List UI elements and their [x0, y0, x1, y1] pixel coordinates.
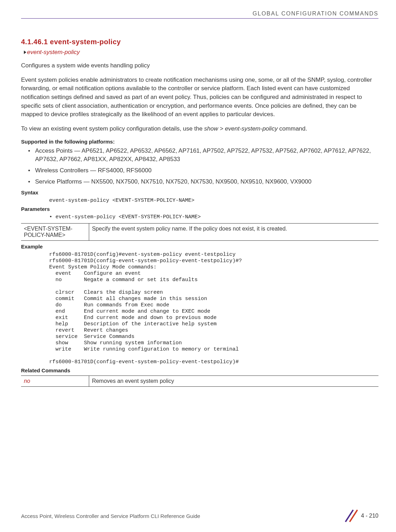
example-heading: Example — [21, 244, 378, 250]
header-rule — [21, 18, 378, 19]
intro-paragraph-1: Configures a system wide events handling… — [21, 61, 378, 70]
syntax-heading: Syntax — [21, 189, 378, 195]
intro3-italic: show > event-system-policy — [204, 125, 278, 132]
footer-guide-name: Access Point, Wireless Controller and Se… — [21, 513, 200, 519]
supported-heading: Supported in the following platforms: — [21, 139, 378, 145]
breadcrumb-text[interactable]: event-system-policy — [27, 49, 80, 56]
example-block: rfs6000-81701D(config)#event-system-poli… — [49, 252, 378, 365]
breadcrumb: event-system-policy — [21, 49, 378, 56]
svg-line-1 — [350, 510, 357, 522]
syntax-line: event-system-policy <EVENT-SYSTEM-POLICY… — [49, 198, 378, 204]
table-row: <EVENT-SYSTEM-POLICY-NAME> Specify the e… — [21, 223, 378, 240]
param-bullet: event-system-policy <EVENT-SYSTEM-POLICY… — [49, 214, 378, 220]
intro-paragraph-3: To view an existing event system policy … — [21, 125, 378, 133]
param-name-cell: <EVENT-SYSTEM-POLICY-NAME> — [21, 223, 89, 240]
list-item: Access Points — AP6521, AP6522, AP6532, … — [35, 147, 378, 164]
intro3-pre: To view an existing event system policy … — [21, 125, 204, 132]
parameters-table: <EVENT-SYSTEM-POLICY-NAME> Specify the e… — [21, 223, 378, 241]
related-cmd-cell[interactable]: no — [21, 375, 89, 386]
page-number: 4 - 210 — [361, 513, 378, 519]
param-desc-cell: Specify the event system policy name. If… — [89, 223, 378, 240]
related-desc-cell: Removes an event system policy — [89, 375, 378, 386]
slash-logo-icon — [343, 508, 358, 523]
footer: Access Point, Wireless Controller and Se… — [21, 508, 378, 523]
supported-list: Access Points — AP6521, AP6522, AP6532, … — [21, 147, 378, 186]
triangle-right-icon — [24, 51, 26, 54]
table-row: no Removes an event system policy — [21, 375, 378, 386]
list-item: Wireless Controllers — RFS4000, RFS6000 — [35, 166, 378, 175]
related-table: no Removes an event system policy — [21, 375, 378, 387]
related-heading: Related Commands — [21, 367, 378, 373]
list-item: Service Platforms — NX5500, NX7500, NX75… — [35, 178, 378, 186]
intro3-post: command. — [278, 125, 307, 132]
svg-line-0 — [345, 510, 353, 522]
parameters-heading: Parameters — [21, 206, 378, 212]
intro-paragraph-2: Event system policies enable administrat… — [21, 76, 378, 119]
section-title: 4.1.46.1 event-system-policy — [21, 38, 378, 46]
header-category: GLOBAL CONFIGURATION COMMANDS — [21, 11, 378, 17]
